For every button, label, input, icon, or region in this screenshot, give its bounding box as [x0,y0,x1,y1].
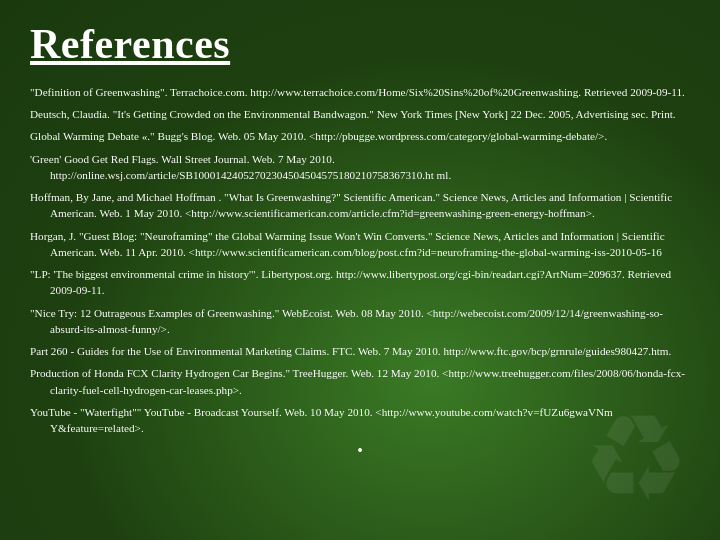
list-item: "Definition of Greenwashing". Terrachoic… [30,84,690,100]
list-item: Horgan, J. "Guest Blog: "Neuroframing" t… [30,228,690,260]
list-item: "LP: 'The biggest environmental crime in… [30,266,690,298]
page-content: References "Definition of Greenwashing".… [30,20,690,520]
list-item: Production of Honda FCX Clarity Hydrogen… [30,365,690,397]
page-title: References [30,20,690,68]
list-item: Global Warming Debate «." Bugg's Blog. W… [30,128,690,144]
references-list: "Definition of Greenwashing". Terrachoic… [30,84,690,436]
list-item: Deutsch, Claudia. "It's Getting Crowded … [30,106,690,122]
list-item: Hoffman, By Jane, and Michael Hoffman . … [30,189,690,221]
list-item: YouTube - "Waterfight"" YouTube - Broadc… [30,404,690,436]
bullet-dot: • [30,442,690,460]
list-item: 'Green' Good Get Red Flags. Wall Street … [30,151,690,183]
list-item: "Nice Try: 12 Outrageous Examples of Gre… [30,305,690,337]
list-item: Part 260 - Guides for the Use of Environ… [30,343,690,359]
